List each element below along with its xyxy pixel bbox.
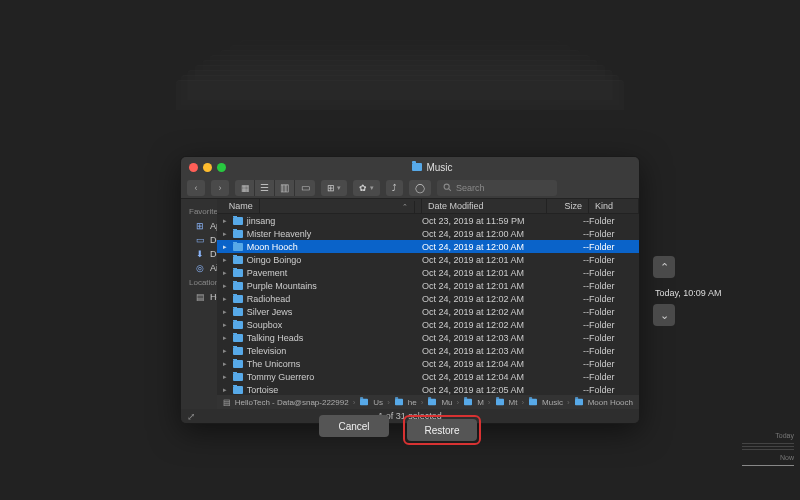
disclosure-triangle-icon[interactable]: ▸ [223, 360, 229, 368]
column-view-button[interactable]: ▥ [275, 180, 295, 196]
path-crumb[interactable]: he [408, 398, 417, 407]
path-crumb[interactable]: Mt [509, 398, 518, 407]
disclosure-triangle-icon[interactable]: ▸ [223, 386, 229, 394]
forward-button[interactable]: › [211, 180, 229, 196]
sidebar-item-applications[interactable]: ⊞Applications [181, 219, 217, 233]
disclosure-triangle-icon[interactable]: ▸ [223, 243, 229, 251]
share-button[interactable]: ⤴ [386, 180, 403, 196]
column-size[interactable]: Size [547, 199, 589, 213]
view-switcher: ▦ ☰ ▥ ▭ [235, 180, 315, 196]
table-row[interactable]: ▸Oingo BoingoOct 24, 2019 at 12:01 AM--F… [217, 253, 639, 266]
sidebar-icon: ▭ [195, 235, 205, 245]
sidebar-favorites-header: Favorites [181, 204, 217, 219]
action-buttons: Cancel Restore [319, 415, 481, 445]
folder-icon [233, 321, 243, 329]
table-row[interactable]: ▸jinsangOct 23, 2019 at 11:59 PM--Folder [217, 214, 639, 227]
path-bar[interactable]: ▤HelloTech - Data@snap-222992›Us›he›Mu›M… [217, 395, 639, 409]
column-name[interactable]: Name ⌃ [217, 199, 422, 213]
disclosure-triangle-icon[interactable]: ▸ [223, 256, 229, 264]
table-row[interactable]: ▸PavementOct 24, 2019 at 12:01 AM--Folde… [217, 266, 639, 279]
svg-point-0 [444, 184, 449, 189]
previous-snapshot-button[interactable]: ⌃ [653, 256, 675, 278]
snapshot-timestamp: Today, 10:09 AM [653, 284, 743, 304]
table-row[interactable]: ▸TortoiseOct 24, 2019 at 12:05 AM--Folde… [217, 383, 639, 395]
disclosure-triangle-icon[interactable]: ▸ [223, 295, 229, 303]
table-row[interactable]: ▸Silver JewsOct 24, 2019 at 12:02 AM--Fo… [217, 305, 639, 318]
table-row[interactable]: ▸Moon HoochOct 24, 2019 at 12:00 AM--Fol… [217, 240, 639, 253]
table-row[interactable]: ▸TelevisionOct 24, 2019 at 12:03 AM--Fol… [217, 344, 639, 357]
table-row[interactable]: ▸Tommy GuerreroOct 24, 2019 at 12:04 AM-… [217, 370, 639, 383]
folder-icon [464, 399, 472, 405]
tags-button[interactable]: ◯ [409, 180, 431, 196]
folder-icon [233, 269, 243, 277]
table-row[interactable]: ▸Talking HeadsOct 24, 2019 at 12:03 AM--… [217, 331, 639, 344]
sidebar-item-airdrop[interactable]: ◎AirDrop [181, 261, 217, 275]
column-headers: Name ⌃ Date Modified Size Kind [217, 199, 639, 214]
next-snapshot-button[interactable]: ⌄ [653, 304, 675, 326]
disclosure-triangle-icon[interactable]: ▸ [223, 230, 229, 238]
disclosure-triangle-icon[interactable]: ▸ [223, 347, 229, 355]
table-row[interactable]: ▸RadioheadOct 24, 2019 at 12:02 AM--Fold… [217, 292, 639, 305]
file-list: Name ⌃ Date Modified Size Kind ▸jinsangO… [217, 199, 639, 409]
sidebar-item-downloads[interactable]: ⬇Downloads [181, 247, 217, 261]
disclosure-triangle-icon[interactable]: ▸ [223, 269, 229, 277]
timeline-today: Today [730, 430, 794, 450]
path-crumb[interactable]: Music [542, 398, 563, 407]
svg-line-1 [449, 189, 451, 191]
disclosure-triangle-icon[interactable]: ▸ [223, 308, 229, 316]
path-crumb[interactable]: M [477, 398, 484, 407]
disk-icon: ▤ [195, 292, 205, 302]
finder-window: Music ‹ › ▦ ☰ ▥ ▭ ⊞▾ ✿▾ ⤴ ◯ Search Favor… [180, 156, 640, 424]
column-kind[interactable]: Kind [589, 199, 639, 213]
folder-icon [233, 373, 243, 381]
expand-icon[interactable]: ⤢ [187, 411, 195, 422]
table-row[interactable]: ▸Purple MountainsOct 24, 2019 at 12:01 A… [217, 279, 639, 292]
list-view-button[interactable]: ☰ [255, 180, 275, 196]
icon-view-button[interactable]: ▦ [235, 180, 255, 196]
folder-icon [575, 399, 583, 405]
arrange-button[interactable]: ⊞▾ [321, 180, 347, 196]
timeline[interactable]: Today Now [730, 430, 800, 468]
toolbar: ‹ › ▦ ☰ ▥ ▭ ⊞▾ ✿▾ ⤴ ◯ Search [181, 177, 639, 199]
path-crumb[interactable]: Mu [441, 398, 452, 407]
disclosure-triangle-icon[interactable]: ▸ [223, 282, 229, 290]
folder-icon [496, 399, 504, 405]
folder-icon [233, 295, 243, 303]
sidebar-icon: ⊞ [195, 221, 205, 231]
disclosure-triangle-icon[interactable]: ▸ [223, 334, 229, 342]
folder-icon [233, 386, 243, 394]
folder-icon [233, 360, 243, 368]
table-row[interactable]: ▸The UnicornsOct 24, 2019 at 12:04 AM--F… [217, 357, 639, 370]
folder-icon [233, 230, 243, 238]
snapshot-nav: ⌃ Today, 10:09 AM ⌄ [653, 256, 743, 332]
folder-icon [233, 282, 243, 290]
restore-button[interactable]: Restore [407, 419, 477, 441]
titlebar[interactable]: Music [181, 157, 639, 177]
folder-icon [412, 163, 422, 171]
sidebar-item-desktop[interactable]: ▭Desktop [181, 233, 217, 247]
folder-icon [233, 308, 243, 316]
folder-icon [233, 347, 243, 355]
disclosure-triangle-icon[interactable]: ▸ [223, 321, 229, 329]
search-input[interactable]: Search [437, 180, 557, 196]
zoom-icon[interactable] [217, 163, 226, 172]
restore-highlight: Restore [403, 415, 481, 445]
minimize-icon[interactable] [203, 163, 212, 172]
disclosure-triangle-icon[interactable]: ▸ [223, 373, 229, 381]
window-title: Music [234, 162, 631, 173]
back-button[interactable]: ‹ [187, 180, 205, 196]
action-button[interactable]: ✿▾ [353, 180, 380, 196]
path-crumb[interactable]: Moon Hooch [588, 398, 633, 407]
sidebar-item-hellotech[interactable]: ▤HelloTech [181, 290, 217, 304]
close-icon[interactable] [189, 163, 198, 172]
cancel-button[interactable]: Cancel [319, 415, 389, 437]
table-row[interactable]: ▸SoupboxOct 24, 2019 at 12:02 AM--Folder [217, 318, 639, 331]
disk-icon: ▤ [223, 398, 231, 407]
timeline-now: Now [730, 452, 794, 466]
disclosure-triangle-icon[interactable]: ▸ [223, 217, 229, 225]
path-crumb[interactable]: Us [373, 398, 383, 407]
table-row[interactable]: ▸Mister HeavenlyOct 24, 2019 at 12:00 AM… [217, 227, 639, 240]
gallery-view-button[interactable]: ▭ [295, 180, 315, 196]
column-date[interactable]: Date Modified [422, 199, 547, 213]
folder-icon [395, 399, 403, 405]
